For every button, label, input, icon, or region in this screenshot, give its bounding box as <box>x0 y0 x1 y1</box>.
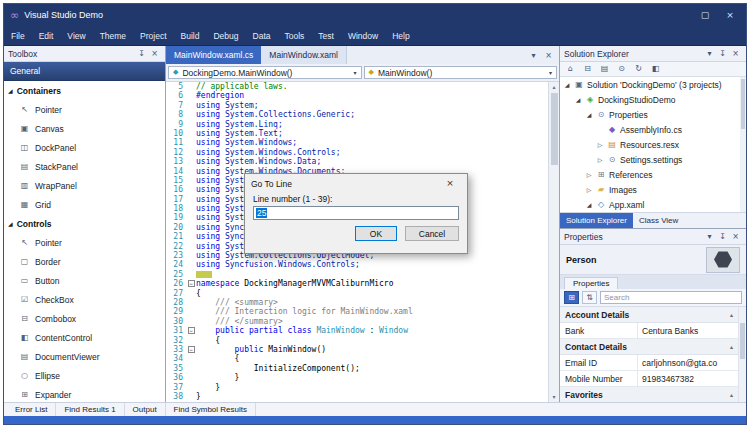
pin-icon[interactable]: ↧ <box>716 232 729 241</box>
menu-item-tools[interactable]: Tools <box>278 26 312 45</box>
menu-item-build[interactable]: Build <box>174 26 207 45</box>
close-icon[interactable]: × <box>148 49 161 58</box>
section-collapse-icon[interactable]: ▴ <box>730 312 733 318</box>
tab-list-dropdown-icon[interactable]: ▾ <box>528 51 539 60</box>
member-dropdown[interactable]: ◆ MainWindow() ▾ <box>364 66 558 79</box>
pin-icon[interactable]: ↧ <box>716 49 729 58</box>
scrollbar-thumb[interactable] <box>551 93 558 165</box>
chevron-collapsed-icon[interactable]: ▷ <box>585 171 593 178</box>
property-section-favorites[interactable]: Favorites▴ <box>560 387 738 402</box>
chevron-expanded-icon[interactable]: ◢ <box>563 81 571 88</box>
section-collapse-icon[interactable]: ▴ <box>730 392 733 398</box>
ok-button[interactable]: OK <box>355 226 397 241</box>
toolbox-item-wrappanel[interactable]: ▥WrapPanel <box>4 176 165 195</box>
home-icon[interactable]: ⌂ <box>565 65 576 73</box>
menu-item-view[interactable]: View <box>60 26 92 45</box>
tree-item-assemblyinfo-cs[interactable]: ◆AssemblyInfo.cs <box>560 122 746 137</box>
close-button[interactable]: × <box>720 8 740 23</box>
toolbox-item-stackpanel[interactable]: ▤StackPanel <box>4 157 165 176</box>
chevron-collapsed-icon[interactable]: ▷ <box>596 156 604 163</box>
property-value[interactable]: carljohnson@gta.co <box>638 355 738 370</box>
close-icon[interactable]: × <box>729 232 742 241</box>
view-code-icon[interactable]: ◧ <box>650 65 661 73</box>
toolbox-item-canvas[interactable]: ▣Canvas <box>4 119 165 138</box>
selected-object-row[interactable]: Person <box>560 245 746 275</box>
toolbox-item-combobox[interactable]: ⊟Combobox <box>4 309 165 328</box>
tree-item-dockingstudiodemo[interactable]: ◢◈DockingStudioDemo <box>560 92 746 107</box>
search-input[interactable]: Search <box>600 291 742 304</box>
property-value[interactable]: 91983467382 <box>638 371 738 386</box>
property-row-email-id[interactable]: Email IDcarljohnson@gta.co <box>560 355 738 371</box>
property-row-mobile-number[interactable]: Mobile Number91983467382 <box>560 371 738 387</box>
scroll-down-icon[interactable]: ▾ <box>549 392 559 402</box>
window-position-icon[interactable]: ▾ <box>703 49 716 58</box>
editor-scrollbar[interactable]: ▴ ▾ <box>548 82 559 402</box>
fold-collapse-icon[interactable]: − <box>188 346 195 353</box>
toolbox-item-contentcontrol[interactable]: ◧ContentControl <box>4 328 165 347</box>
toolbox-group-controls[interactable]: ◢Controls <box>4 214 165 233</box>
close-document-icon[interactable]: × <box>543 51 554 60</box>
menu-item-debug[interactable]: Debug <box>206 26 245 45</box>
tree-item-references[interactable]: ▷⊞References <box>560 167 746 182</box>
tree-scrollbar[interactable] <box>740 77 746 212</box>
property-row-bank[interactable]: BankCentura Banks <box>560 323 738 339</box>
scrollbar-thumb[interactable] <box>741 79 745 129</box>
cancel-button[interactable]: Cancel <box>405 226 459 241</box>
tab-properties[interactable]: Properties <box>564 277 618 289</box>
chevron-expanded-icon[interactable]: ◢ <box>574 96 582 103</box>
chevron-collapsed-icon[interactable]: ▷ <box>585 186 593 193</box>
menu-item-project[interactable]: Project <box>133 26 173 45</box>
editor-tab-mainwindow-xaml[interactable]: MainWindow.xaml <box>261 46 347 64</box>
categorize-icon[interactable]: ⊞ <box>564 291 579 304</box>
scroll-up-icon[interactable]: ▴ <box>549 82 559 92</box>
properties-icon[interactable]: ⊙ <box>616 65 627 73</box>
toolbox-group-containers[interactable]: ◢Containers <box>4 81 165 100</box>
sort-alphabetical-icon[interactable]: ⇅ <box>582 291 597 304</box>
toolbox-item-documentviewer[interactable]: ▤DocumentViewer <box>4 347 165 366</box>
dialog-close-icon[interactable]: × <box>439 174 461 193</box>
chevron-expanded-icon[interactable]: ◢ <box>585 201 593 208</box>
show-all-icon[interactable]: ▤ <box>599 65 610 73</box>
tree-item-settings-settings[interactable]: ▷⊙Settings.settings <box>560 152 746 167</box>
line-number-input[interactable]: 25 <box>253 206 459 220</box>
menu-item-file[interactable]: File <box>4 26 32 45</box>
property-section-contact-details[interactable]: Contact Details▴ <box>560 339 738 355</box>
toolbox-item-pointer[interactable]: ↖Pointer <box>4 100 165 119</box>
menu-item-edit[interactable]: Edit <box>32 26 61 45</box>
toolbox-item-pointer[interactable]: ↖Pointer <box>4 233 165 252</box>
title-bar[interactable]: ∞ Visual Studio Demo ▢ × <box>4 4 746 26</box>
toolbox-item-ellipse[interactable]: ○Ellipse <box>4 366 165 385</box>
dialog-title-bar[interactable]: Go To Line × <box>245 174 467 193</box>
menu-item-window[interactable]: Window <box>341 26 385 45</box>
fold-collapse-icon[interactable]: − <box>188 327 195 334</box>
panel-tab-solution-explorer[interactable]: Solution Explorer <box>560 213 633 228</box>
bottom-tab-find-results-1[interactable]: Find Results 1 <box>56 403 124 416</box>
toolbox-item-expander[interactable]: ⊞Expander <box>4 385 165 402</box>
maximize-button[interactable]: ▢ <box>695 8 715 23</box>
type-dropdown[interactable]: ◆ DockingDemo.MainWindow() ▾ <box>168 66 362 79</box>
toolbox-item-grid[interactable]: ▦Grid <box>4 195 165 214</box>
tree-item-properties[interactable]: ◢⊙Properties <box>560 107 746 122</box>
properties-scrollbar[interactable] <box>738 307 746 402</box>
close-icon[interactable]: × <box>729 49 742 58</box>
collapse-all-icon[interactable]: ⊟ <box>582 65 593 73</box>
chevron-collapsed-icon[interactable]: ▷ <box>596 141 604 148</box>
property-value[interactable]: Centura Banks <box>638 323 738 338</box>
toolbox-item-checkbox[interactable]: ☑CheckBox <box>4 290 165 309</box>
tree-item-resources-resx[interactable]: ▷▤Resources.resx <box>560 137 746 152</box>
tree-item-solution-dockingdemo-3-projects[interactable]: ◢▣Solution 'DockingDemo' (3 projects) <box>560 77 746 92</box>
refresh-icon[interactable]: ↻ <box>633 65 644 73</box>
menu-item-test[interactable]: Test <box>311 26 341 45</box>
bottom-tab-output[interactable]: Output <box>125 403 166 416</box>
chevron-expanded-icon[interactable]: ◢ <box>585 111 593 118</box>
editor-tab-mainwindow-xaml-cs[interactable]: MainWindow.xaml.cs <box>166 46 261 64</box>
bottom-tab-find-symbol-results[interactable]: Find Symbol Results <box>166 403 256 416</box>
property-section-account-details[interactable]: Account Details▴ <box>560 307 738 323</box>
bottom-tab-error-list[interactable]: Error List <box>7 403 56 416</box>
toolbox-item-button[interactable]: ▭Button <box>4 271 165 290</box>
tree-item-app-xaml[interactable]: ◢◇App.xaml <box>560 197 746 212</box>
panel-tab-class-view[interactable]: Class View <box>633 213 684 228</box>
menu-item-theme[interactable]: Theme <box>93 26 133 45</box>
window-position-icon[interactable]: ▾ <box>703 232 716 241</box>
toolbox-item-border[interactable]: ▢Border <box>4 252 165 271</box>
